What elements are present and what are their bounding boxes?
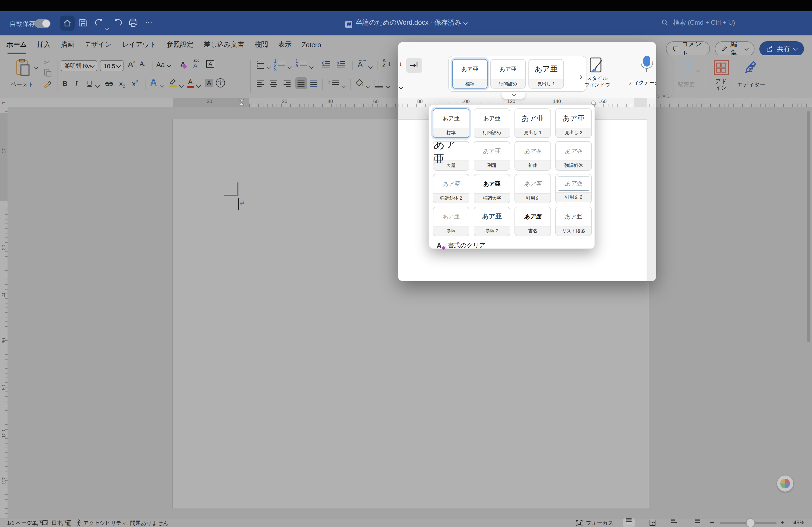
ribbon-tab[interactable]: デザイン [84,40,112,50]
sort-button[interactable]: AZ [382,59,386,67]
character-scaling-button[interactable]: ←→A [358,60,363,69]
shading-icon[interactable] [356,79,364,87]
style-menu-item[interactable]: あア亜 副題 [474,141,510,171]
outline-view-button[interactable] [668,518,680,527]
accessibility-status[interactable]: アクセシビリティ: 問題ありません [83,520,168,527]
style-gallery-item[interactable]: あア亜 行間詰め [490,59,526,89]
comments-button[interactable]: コメント [666,41,710,56]
superscript-button[interactable]: x2 [132,79,138,88]
enclose-characters-button[interactable]: A [206,60,215,67]
dictation-label[interactable]: ディクテーション [628,79,656,86]
borders-chevron[interactable] [386,82,389,89]
zoom-out-button[interactable]: − [710,518,714,526]
web-layout-view-button[interactable] [647,518,658,527]
subscript-button[interactable]: x2 [119,79,125,89]
copy-icon[interactable] [44,69,52,77]
style-menu-item[interactable]: あア亜 見出し 1 [514,108,551,138]
clear-formatting-button[interactable]: A [180,60,186,68]
style-menu-item[interactable]: あア亜 強調斜体 [555,141,592,171]
ribbon-tab[interactable]: 差し込み文書 [204,40,244,50]
bold-button[interactable]: B [62,79,68,88]
ribbon-tab[interactable]: ホーム [6,40,27,50]
style-window-icon[interactable] [589,57,605,74]
sensitivity-chevron[interactable] [696,67,699,74]
line-spacing-chevron[interactable] [342,82,345,89]
ribbon-tab[interactable]: 校閲 [255,40,268,50]
enclose-character-button[interactable]: 字 [216,78,225,88]
word-count[interactable]: 0 単語 [27,520,43,527]
editor-icon[interactable] [742,60,758,76]
style-menu-item[interactable]: あア亜 書名 [514,207,551,236]
style-menu-item[interactable]: あア亜 表題 [433,141,469,171]
change-case-button[interactable]: Aa [156,61,170,69]
zoom-slider-knob[interactable] [746,519,755,527]
language-indicator[interactable]: 日本語 [52,520,68,527]
distribute-text-button[interactable] [310,80,317,89]
print-layout-view-button[interactable] [623,518,635,527]
line-spacing-button[interactable]: ↕ [328,79,331,85]
focus-icon[interactable] [576,520,583,526]
ribbon-tab[interactable]: 挿入 [37,40,50,50]
font-color-button[interactable]: A [188,78,192,86]
numbering-button[interactable]: 123 [274,59,277,72]
style-menu-item[interactable]: あア亜 強調斜体 2 [433,174,469,204]
ribbon-tab[interactable]: Zotero [302,41,321,50]
align-center-button[interactable] [270,80,277,89]
zoom-percentage[interactable]: 149% [791,520,804,525]
font-size-select[interactable]: 10.5 [100,60,124,71]
underline-button[interactable]: U [87,79,92,88]
style-menu-item[interactable]: あア亜 参照 [433,207,469,236]
line-break-settings-button[interactable] [406,58,422,73]
focus-label[interactable]: フォーカス [586,520,613,527]
style-window-label[interactable]: スタイルウィンドウ [579,75,615,88]
selection-mode-icon[interactable] [66,520,72,526]
italic-button[interactable]: I [75,79,77,88]
bullets-button[interactable] [257,61,264,71]
underline-chevron[interactable] [96,82,99,89]
align-left-button[interactable] [257,80,264,89]
bullets-chevron[interactable] [267,63,270,70]
vertical-ruler[interactable]: 20 20 40 60 80 100 120 [0,107,8,518]
style-gallery-item[interactable]: あア亜 見出し 1 [528,59,564,89]
sensitivity-icon[interactable] [679,61,693,77]
style-menu-item[interactable]: あア亜 標準 [433,108,469,138]
align-right-button[interactable] [284,80,291,89]
style-menu-item[interactable]: あア亜 リスト段落 [555,207,592,236]
multilevel-chevron[interactable] [309,63,313,70]
style-menu-item[interactable]: あア亜 参照 2 [474,207,510,236]
clear-formatting-item[interactable]: A 書式のクリア [437,241,485,250]
increase-indent-icon[interactable] [336,61,346,67]
ribbon-tab[interactable]: レイアウト [122,40,157,50]
ribbon-tab[interactable]: 表示 [278,40,292,50]
gallery-expand-button[interactable] [502,92,525,99]
paste-button[interactable] [15,59,37,77]
character-shading-button[interactable]: A [205,79,213,87]
style-menu-item[interactable]: あア亜 引用文 2 [555,174,592,204]
font-name-select[interactable]: 游明朝 Regu... [61,60,97,71]
addins-icon[interactable] [713,60,729,76]
accessibility-icon[interactable] [76,520,82,526]
grow-font-button[interactable]: A^ [128,60,135,69]
text-effects-chevron[interactable] [160,82,163,89]
style-menu-item[interactable]: あア亜 強調太字 [474,174,510,204]
text-effects-button[interactable]: A [150,78,157,88]
style-menu-item[interactable]: あア亜 行間詰め [474,108,510,138]
multilevel-list-button[interactable]: 1ai [295,59,298,72]
font-color-chevron[interactable] [197,82,200,89]
ribbon-tab[interactable]: 描画 [61,40,74,50]
format-painter-icon[interactable] [43,80,52,89]
highlight-button[interactable] [169,78,177,86]
search-box[interactable]: 検索 (Cmd + Ctrl + U) [662,18,735,27]
phonetic-guide-button[interactable]: abcA [193,59,200,69]
style-menu-item[interactable]: あア亜 引用文 [514,174,551,204]
justify-button[interactable] [295,77,307,89]
numbering-chevron[interactable] [288,63,291,70]
edit-mode-button[interactable]: 編集 [715,41,755,56]
cut-icon[interactable]: ✂ [44,59,50,66]
decrease-indent-icon[interactable] [321,61,331,67]
style-gallery-item[interactable]: あア亜 標準 [452,59,488,89]
draft-view-button[interactable] [692,518,704,527]
copilot-button[interactable] [777,476,793,492]
style-menu-item[interactable]: あア亜 見出し 2 [555,108,592,138]
zoom-in-button[interactable]: + [780,518,784,526]
